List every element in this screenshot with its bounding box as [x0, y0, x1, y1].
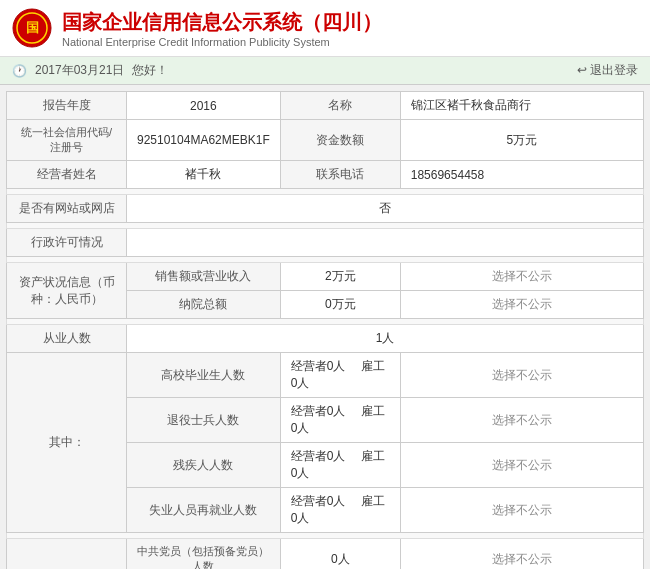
site-subtitle: National Enterprise Credit Information P…: [62, 36, 382, 48]
table-row: 资产状况信息（币种：人民币） 销售额或营业收入 2万元 选择不公示: [7, 263, 644, 291]
sales-privacy[interactable]: 选择不公示: [400, 263, 643, 291]
disabled-privacy[interactable]: 选择不公示: [400, 443, 643, 488]
table-row: 行政许可情况: [7, 229, 644, 257]
contact-label: 联系电话: [280, 161, 400, 189]
tax-privacy[interactable]: 选择不公示: [400, 291, 643, 319]
logout-label: 退出登录: [590, 63, 638, 77]
table-row: 是否有网站或网店 否: [7, 195, 644, 223]
unemployed-detail: 经营者0人 雇工0人: [280, 488, 400, 533]
party-member-value: 0人: [280, 539, 400, 570]
operator-value: 褚千秋: [127, 161, 281, 189]
credit-code-label: 统一社会信用代码/注册号: [7, 120, 127, 161]
topbar: 🕐 2017年03月21日 您好！ ↩ 退出登录: [0, 57, 650, 85]
tax-value: 0万元: [280, 291, 400, 319]
table-row: 报告年度 2016 名称 锦江区褚千秋食品商行: [7, 92, 644, 120]
permit-value: [127, 229, 644, 257]
permit-label: 行政许可情况: [7, 229, 127, 257]
header-text: 国家企业信用信息公示系统（四川） National Enterprise Cre…: [62, 9, 382, 48]
employee-section-label: 从业人数: [7, 325, 127, 353]
logout-icon: ↩: [577, 63, 587, 77]
edu-privacy[interactable]: 选择不公示: [400, 353, 643, 398]
table-row: 其中： 高校毕业生人数 经营者0人 雇工0人 选择不公示: [7, 353, 644, 398]
credit-code-value: 92510104MA62MEBK1F: [127, 120, 281, 161]
website-value: 否: [127, 195, 644, 223]
table-row: 从业人数 1人: [7, 325, 644, 353]
party-section-label: 党建信息: [7, 539, 127, 570]
topbar-greeting: 您好！: [132, 62, 168, 79]
name-label: 名称: [280, 92, 400, 120]
sales-value: 2万元: [280, 263, 400, 291]
edu-label: 高校毕业生人数: [127, 353, 281, 398]
capital-label: 资金数额: [280, 120, 400, 161]
sales-label: 销售额或营业收入: [127, 263, 281, 291]
unemployed-privacy[interactable]: 选择不公示: [400, 488, 643, 533]
main-content: 报告年度 2016 名称 锦江区褚千秋食品商行 统一社会信用代码/注册号 925…: [6, 91, 644, 569]
employee-count: 1人: [127, 325, 644, 353]
report-year-value: 2016: [127, 92, 281, 120]
table-row: 统一社会信用代码/注册号 92510104MA62MEBK1F 资金数额 5万元: [7, 120, 644, 161]
logo-icon: 国: [12, 8, 52, 48]
assets-label: 资产状况信息（币种：人民币）: [7, 263, 127, 319]
info-table: 报告年度 2016 名称 锦江区褚千秋食品商行 统一社会信用代码/注册号 925…: [6, 91, 644, 569]
veteran-label: 退役士兵人数: [127, 398, 281, 443]
party-member-label: 中共党员（包括预备党员）人数: [127, 539, 281, 570]
operator-label: 经营者姓名: [7, 161, 127, 189]
disabled-label: 残疾人人数: [127, 443, 281, 488]
unemployed-label: 失业人员再就业人数: [127, 488, 281, 533]
disabled-detail: 经营者0人 雇工0人: [280, 443, 400, 488]
topbar-left: 🕐 2017年03月21日 您好！: [12, 62, 168, 79]
table-row: 党建信息 中共党员（包括预备党员）人数 0人 选择不公示: [7, 539, 644, 570]
logout-button[interactable]: ↩ 退出登录: [577, 62, 638, 79]
site-title: 国家企业信用信息公示系统（四川）: [62, 9, 382, 36]
veteran-detail: 经营者0人 雇工0人: [280, 398, 400, 443]
website-label: 是否有网站或网店: [7, 195, 127, 223]
topbar-date: 2017年03月21日: [35, 62, 124, 79]
contact-value: 18569654458: [400, 161, 643, 189]
tax-label: 纳院总额: [127, 291, 281, 319]
veteran-privacy[interactable]: 选择不公示: [400, 398, 643, 443]
report-year-label: 报告年度: [7, 92, 127, 120]
party-member-privacy[interactable]: 选择不公示: [400, 539, 643, 570]
table-row: 经营者姓名 褚千秋 联系电话 18569654458: [7, 161, 644, 189]
among-label: 其中：: [7, 353, 127, 533]
capital-value: 5万元: [400, 120, 643, 161]
edu-detail: 经营者0人 雇工0人: [280, 353, 400, 398]
svg-text:国: 国: [26, 20, 39, 35]
header: 国 国家企业信用信息公示系统（四川） National Enterprise C…: [0, 0, 650, 57]
name-value: 锦江区褚千秋食品商行: [400, 92, 643, 120]
clock-icon: 🕐: [12, 64, 27, 78]
